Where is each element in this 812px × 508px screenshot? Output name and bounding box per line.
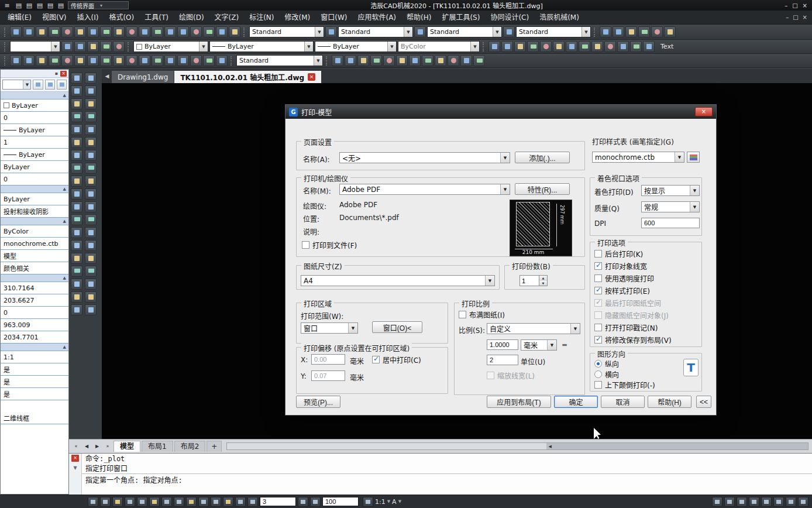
multileader-style-combo[interactable]: Standard▼ <box>516 26 591 37</box>
hatch-icon[interactable] <box>71 253 82 264</box>
layer-walk-icon[interactable] <box>501 41 513 52</box>
explode-icon[interactable] <box>643 41 655 52</box>
polyline-icon[interactable] <box>36 55 47 66</box>
ortho-icon[interactable] <box>125 497 135 507</box>
plot-lineweights-checkbox[interactable] <box>594 262 602 270</box>
paper-size-combo[interactable]: A4▼ <box>301 275 495 286</box>
menu-item[interactable]: 插入(I) <box>72 11 104 25</box>
dimension-style-dialog-icon[interactable] <box>414 26 426 37</box>
last-tab-icon[interactable]: » <box>103 442 112 451</box>
toolbar-grip[interactable] <box>243 28 246 37</box>
section-divider-general[interactable] <box>1 92 68 99</box>
transparency-icon[interactable] <box>211 497 221 507</box>
tab-scroll-left-icon[interactable]: ◀ <box>103 73 111 79</box>
rotate-icon[interactable] <box>85 150 97 161</box>
offset-icon[interactable] <box>85 111 97 122</box>
add-pagesetup-button[interactable]: 添加(.)... <box>515 152 570 163</box>
arc-length-icon[interactable] <box>357 55 369 66</box>
line-icon[interactable] <box>10 55 22 66</box>
doc-tab-active[interactable]: TK1101.10.02.01 轴头粗加工.dwg × <box>174 71 321 83</box>
tool-palettes-icon[interactable] <box>625 26 637 37</box>
move-icon[interactable] <box>85 137 97 148</box>
fit-to-paper-row[interactable]: 布满图纸(I) <box>459 310 505 320</box>
center-plot-checkbox[interactable] <box>372 356 380 363</box>
pin-icon[interactable]: ▼ <box>73 465 77 471</box>
snap-icon[interactable] <box>100 497 111 507</box>
toolbar-grip[interactable] <box>128 42 130 52</box>
render-icon[interactable] <box>651 26 663 37</box>
doc-restore-button[interactable]: □ <box>793 14 798 20</box>
property-row-center-y[interactable]: 203.6627 <box>1 294 68 307</box>
property-row-thickness[interactable]: 0 <box>1 173 68 186</box>
layer-previous-icon[interactable] <box>61 41 73 52</box>
offset-y-input[interactable] <box>311 370 345 381</box>
menu-item[interactable]: 窗口(W) <box>315 11 352 25</box>
property-row-transparency[interactable]: ByLayer <box>1 161 68 173</box>
property-row-linetype-scale[interactable]: 1 <box>1 136 68 149</box>
osnap-icon[interactable] <box>149 497 160 507</box>
layer-lock-icon[interactable] <box>113 41 125 52</box>
pan-icon[interactable] <box>164 26 176 37</box>
angular-dimension-icon[interactable] <box>409 55 421 66</box>
section-divider-3d[interactable] <box>1 186 68 193</box>
continue-dimension-icon[interactable] <box>448 55 459 66</box>
layout2-tab[interactable]: 布局2 <box>174 441 206 452</box>
markup-set-icon[interactable] <box>638 26 650 37</box>
prev-tab-icon[interactable]: ◀ <box>82 442 91 451</box>
toolbar-grip[interactable] <box>4 42 7 52</box>
menu-item[interactable]: 视图(V) <box>37 11 72 25</box>
blend-curves-icon[interactable] <box>85 279 97 290</box>
next-tab-icon[interactable]: ▶ <box>92 442 102 451</box>
plot-range-combo[interactable]: 窗口▼ <box>301 322 358 334</box>
offset-x-input[interactable] <box>311 354 345 365</box>
mirror-icon[interactable] <box>566 41 577 52</box>
object-type-combo[interactable]: ▼ <box>2 80 31 90</box>
offset-icon[interactable] <box>579 41 590 52</box>
spline-icon[interactable] <box>113 55 125 66</box>
plot-icon[interactable]: ▤ <box>35 2 44 9</box>
command-history[interactable]: 命令:_plot 指定打印窗口 指定第一个角点: 指定对角点: <box>82 454 812 495</box>
apply-to-layout-button[interactable]: 应用到布局(T) <box>487 396 551 408</box>
fullscreen-icon[interactable] <box>798 497 808 507</box>
scrollbar-thumb[interactable] <box>227 443 546 449</box>
dimension-style-combo[interactable]: Standard▼ <box>338 26 413 37</box>
point-icon[interactable] <box>71 240 82 251</box>
property-row-ucs-icon-on[interactable]: 是 <box>1 363 68 376</box>
hardware-accel-icon[interactable] <box>761 497 772 507</box>
zoom-realtime-icon[interactable] <box>177 26 189 37</box>
rotate-icon[interactable] <box>553 41 565 52</box>
background-plot-checkbox[interactable] <box>594 250 602 258</box>
menu-item[interactable]: 帮助(H) <box>401 11 436 25</box>
multiline-text-icon[interactable] <box>216 55 228 66</box>
toolbar-grip[interactable] <box>4 56 7 66</box>
plot-to-file-row[interactable]: 打印到文件(F) <box>302 240 357 250</box>
plot-transparency-checkbox[interactable] <box>594 274 602 282</box>
property-row-annotation-scale[interactable]: 1:1 <box>1 351 68 363</box>
shade-plot-combo[interactable]: 按显示▼ <box>641 185 700 196</box>
landscape-row[interactable]: 横向 <box>594 369 619 379</box>
ducs-icon[interactable] <box>174 497 184 507</box>
minimize-button[interactable]: – <box>785 2 787 9</box>
save-changes-row[interactable]: 将修改保存到布局(V) <box>594 335 672 345</box>
rectangle-icon[interactable] <box>71 124 82 135</box>
copies-spinner[interactable]: ▲ ▼ <box>519 275 548 286</box>
scroll-left-icon[interactable]: ◀ <box>546 444 553 449</box>
layer-control-combo[interactable]: ▼ <box>10 41 60 52</box>
layout1-tab[interactable]: 布局1 <box>142 441 173 452</box>
make-current-layer-icon[interactable] <box>488 41 500 52</box>
undo-icon[interactable]: ▤ <box>46 2 55 9</box>
ok-button[interactable]: 确定 <box>554 396 598 408</box>
erase-icon[interactable] <box>85 73 97 84</box>
polygon-icon[interactable] <box>49 55 60 66</box>
selection-cycling-icon[interactable] <box>235 497 246 507</box>
property-row-material[interactable]: ByLayer <box>1 193 68 205</box>
text-style-combo[interactable]: Standard▼ <box>249 26 324 37</box>
plot-with-styles-row[interactable]: 按样式打印(E) <box>594 286 650 296</box>
align-icon[interactable] <box>85 304 97 315</box>
trim-icon[interactable] <box>85 188 97 200</box>
tab-close-icon[interactable]: × <box>308 73 315 81</box>
section-divider-misc[interactable] <box>1 344 68 351</box>
annotation-visibility-icon[interactable] <box>712 497 722 507</box>
stretch-icon[interactable] <box>85 176 97 187</box>
property-row-ucs-icon-origin[interactable]: 是 <box>1 376 68 388</box>
